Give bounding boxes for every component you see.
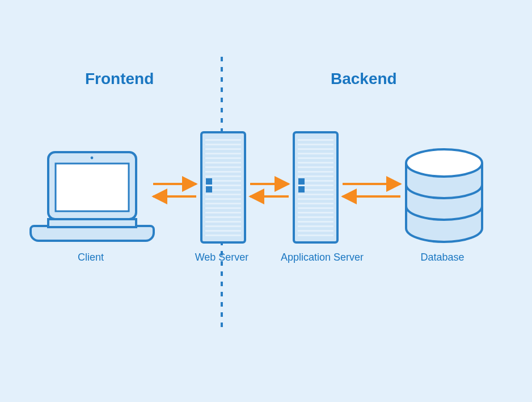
arrows-web-app <box>250 184 289 196</box>
app-server-label: Application Server <box>271 252 373 263</box>
database-icon <box>406 149 482 242</box>
diagram-svg <box>0 0 532 402</box>
svg-rect-6 <box>201 132 245 242</box>
web-server-label: Web Server <box>188 252 256 263</box>
frontend-heading: Frontend <box>85 70 154 88</box>
database-label: Database <box>408 252 476 263</box>
svg-rect-5 <box>48 219 136 227</box>
svg-point-14 <box>406 149 482 177</box>
svg-rect-4 <box>56 164 129 211</box>
svg-rect-7 <box>205 139 241 238</box>
svg-rect-9 <box>206 186 212 192</box>
svg-rect-2 <box>48 152 136 219</box>
svg-point-3 <box>91 157 94 160</box>
svg-rect-10 <box>294 132 337 242</box>
svg-rect-8 <box>206 178 212 185</box>
svg-rect-11 <box>298 139 333 238</box>
app-server-icon <box>294 132 337 242</box>
arrows-app-db <box>343 184 400 196</box>
svg-rect-13 <box>298 186 305 192</box>
client-label: Client <box>62 252 119 263</box>
svg-rect-12 <box>298 178 305 185</box>
laptop-icon <box>31 152 154 241</box>
web-server-icon <box>201 132 245 242</box>
backend-heading: Backend <box>331 70 397 88</box>
architecture-diagram: Frontend Backend Client Web Server Appli… <box>0 0 532 402</box>
arrows-client-web <box>153 184 196 196</box>
